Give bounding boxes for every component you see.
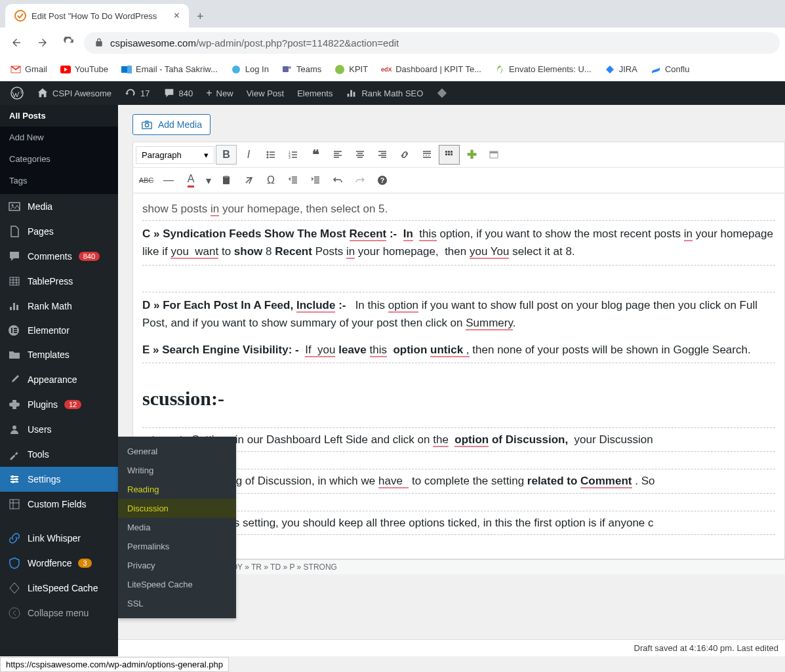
sidebar-item-tools[interactable]: Tools	[0, 442, 118, 467]
new-tab-button[interactable]: +	[189, 6, 212, 28]
bullet-list-button[interactable]	[260, 145, 281, 165]
special-char-button[interactable]: Ω	[260, 170, 281, 190]
tab-close-icon[interactable]: ×	[174, 10, 180, 22]
bookmark-confluence[interactable]: Conflu	[645, 62, 695, 77]
reload-button[interactable]	[58, 31, 80, 54]
sidebar-item-wordfence[interactable]: Wordfence3	[0, 551, 118, 576]
bookmarks-bar: Gmail YouTube Email - Taha Sakriw... Log…	[0, 58, 785, 81]
view-post-link[interactable]: View Post	[240, 81, 291, 105]
flyout-discussion[interactable]: Discussion	[118, 499, 236, 518]
svg-rect-3	[127, 66, 132, 73]
sidebar-all-posts[interactable]: All Posts	[0, 105, 118, 127]
sidebar-item-settings[interactable]: Settings	[0, 467, 118, 492]
add-media-button[interactable]: Add Media	[132, 114, 211, 135]
flyout-ssl[interactable]: SSL	[118, 594, 236, 613]
align-right-button[interactable]	[372, 145, 393, 165]
svg-rect-38	[490, 151, 498, 153]
bookmark-outlook[interactable]: Email - Taha Sakriw...	[116, 62, 223, 77]
bold-button[interactable]: B	[216, 145, 237, 165]
rank-math-link[interactable]: Rank Math SEO	[339, 81, 430, 105]
sidebar-item-linkwhisper[interactable]: Link Whisper	[0, 526, 118, 551]
sidebar-item-custom-fields[interactable]: Custom Fields	[0, 492, 118, 517]
sidebar-item-tablepress[interactable]: TablePress	[0, 269, 118, 294]
collapse-icon	[8, 606, 21, 620]
svg-point-18	[11, 475, 14, 478]
flyout-reading[interactable]: Reading	[118, 480, 236, 499]
bookmark-kpit[interactable]: KPIT	[329, 62, 373, 77]
sidebar-item-rankmath[interactable]: Rank Math	[0, 294, 118, 319]
sidebar-item-pages[interactable]: Pages	[0, 219, 118, 244]
indent-button[interactable]	[305, 170, 326, 190]
sidebar-tags[interactable]: Tags	[0, 170, 118, 191]
forward-button[interactable]	[31, 31, 54, 54]
sidebar-add-new[interactable]: Add New	[0, 127, 118, 148]
plus-icon: +	[206, 87, 212, 99]
sidebar-item-litespeed[interactable]: LiteSpeed Cache	[0, 576, 118, 601]
sidebar-item-templates[interactable]: Templates	[0, 342, 118, 367]
quote-button[interactable]: ❝	[305, 145, 326, 165]
diamond-icon	[436, 87, 448, 99]
redo-button[interactable]	[350, 170, 371, 190]
plugin-icon	[8, 398, 21, 411]
settings-submenu: General Writing Reading Discussion Media…	[118, 437, 236, 618]
bookmark-jira[interactable]: JIRA	[599, 62, 643, 77]
sidebar-item-appearance[interactable]: Appearance	[0, 367, 118, 392]
italic-button[interactable]: I	[238, 145, 259, 165]
flyout-writing[interactable]: Writing	[118, 461, 236, 480]
svg-point-10	[12, 205, 14, 207]
updates-link[interactable]: 17	[118, 81, 156, 105]
hr-button[interactable]: —	[158, 170, 179, 190]
wp-logo[interactable]	[4, 81, 30, 105]
align-left-button[interactable]	[327, 145, 348, 165]
flyout-permalinks[interactable]: Permalinks	[118, 537, 236, 556]
bookmark-envato[interactable]: Envato Elements: U...	[489, 62, 597, 77]
flyout-media[interactable]: Media	[118, 518, 236, 537]
format-select[interactable]: Paragraph▾	[136, 146, 214, 164]
undo-button[interactable]	[327, 170, 348, 190]
readmore-button[interactable]	[416, 145, 437, 165]
abc-strike-button[interactable]: ABC	[136, 170, 157, 190]
sidebar-item-plugins[interactable]: Plugins12	[0, 392, 118, 417]
align-center-button[interactable]	[350, 145, 371, 165]
sidebar-item-media[interactable]: Media	[0, 194, 118, 219]
browser-chrome: Edit Post "How To Do WordPress × + cspis…	[0, 0, 785, 81]
bookmark-teams[interactable]: Teams	[277, 62, 327, 77]
paste-text-button[interactable]	[216, 170, 237, 190]
number-list-button[interactable]: 123	[283, 145, 304, 165]
toolbar-toggle-button[interactable]	[439, 145, 460, 165]
browser-tab[interactable]: Edit Post "How To Do WordPress ×	[5, 4, 189, 28]
lock-icon	[94, 38, 104, 47]
page-icon	[8, 225, 21, 238]
comments-link[interactable]: 840	[157, 81, 200, 105]
confluence-icon	[651, 64, 661, 75]
diamond-link[interactable]	[430, 81, 454, 105]
bookmark-youtube[interactable]: YouTube	[55, 62, 113, 77]
add-block-button[interactable]: ✚	[461, 145, 482, 165]
new-content-link[interactable]: +New	[199, 81, 239, 105]
bookmark-dashboard[interactable]: edXDashboard | KPIT Te...	[376, 62, 487, 77]
text-color-dropdown[interactable]: ▾	[203, 170, 214, 190]
tab-strip: Edit Post "How To Do WordPress × +	[0, 0, 785, 28]
flyout-litespeed[interactable]: LiteSpeed Cache	[118, 575, 236, 594]
sidebar-item-elementor[interactable]: Elementor	[0, 319, 118, 342]
svg-point-7	[335, 65, 344, 74]
text-color-button[interactable]: A	[180, 170, 201, 190]
clear-format-button[interactable]	[238, 170, 259, 190]
insert-template-button[interactable]	[483, 145, 504, 165]
help-button[interactable]: ?	[372, 170, 393, 190]
back-button[interactable]	[5, 31, 28, 54]
sidebar-categories[interactable]: Categories	[0, 148, 118, 170]
sidebar-item-users[interactable]: Users	[0, 417, 118, 442]
flyout-general[interactable]: General	[118, 442, 236, 461]
site-name-link[interactable]: CSPI Awesome	[30, 81, 118, 105]
flyout-privacy[interactable]: Privacy	[118, 556, 236, 575]
url-bar[interactable]: cspisawesome.com/wp-admin/post.php?post=…	[84, 32, 780, 54]
elements-link[interactable]: Elements	[291, 81, 339, 105]
sidebar-item-comments[interactable]: Comments840	[0, 244, 118, 269]
bookmark-login[interactable]: Log In	[226, 62, 274, 77]
bookmark-gmail[interactable]: Gmail	[5, 62, 52, 77]
outdent-button[interactable]	[283, 170, 304, 190]
link-button[interactable]	[394, 145, 415, 165]
sidebar-collapse[interactable]: Collapse menu	[0, 601, 118, 625]
kpit-icon	[334, 64, 345, 75]
